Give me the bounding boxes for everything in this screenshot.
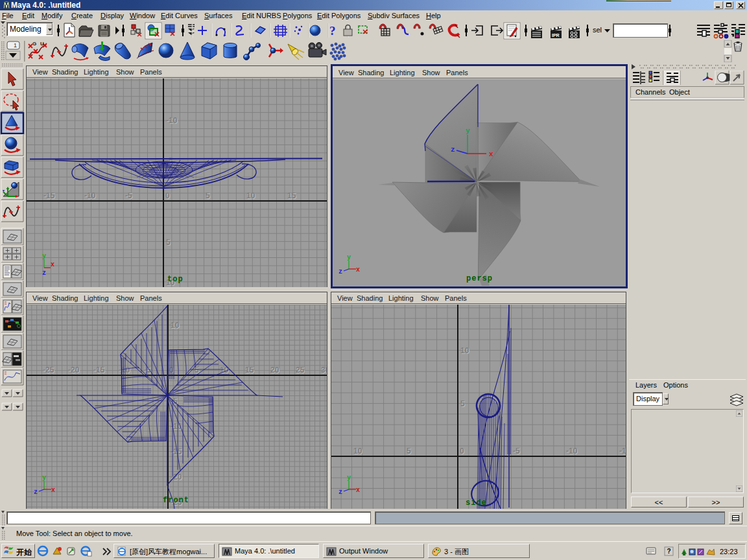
svg-text:z: z xyxy=(42,270,46,277)
svg-text:z: z xyxy=(338,268,342,275)
svg-text:x: x xyxy=(356,266,360,274)
svg-text:y: y xyxy=(42,474,46,482)
svg-text:x: x xyxy=(489,150,493,158)
svg-text:?: ? xyxy=(329,24,336,38)
svg-text:y: y xyxy=(466,127,470,135)
svg-text:1: 1 xyxy=(14,42,17,49)
svg-text:y: y xyxy=(42,253,46,260)
svg-text:z: z xyxy=(34,489,38,496)
svg-text:z: z xyxy=(451,146,455,154)
svg-text:x: x xyxy=(356,487,360,494)
svg-text:IPR: IPR xyxy=(552,33,560,38)
svg-text:U: U xyxy=(40,41,44,47)
svg-text:x: x xyxy=(51,261,54,268)
svg-text:y: y xyxy=(347,254,351,261)
svg-text:y: y xyxy=(347,474,351,482)
svg-text:x: x xyxy=(51,487,55,494)
svg-text:G: G xyxy=(32,41,36,47)
svg-text:z: z xyxy=(338,489,342,496)
svg-text:?: ? xyxy=(667,548,671,555)
